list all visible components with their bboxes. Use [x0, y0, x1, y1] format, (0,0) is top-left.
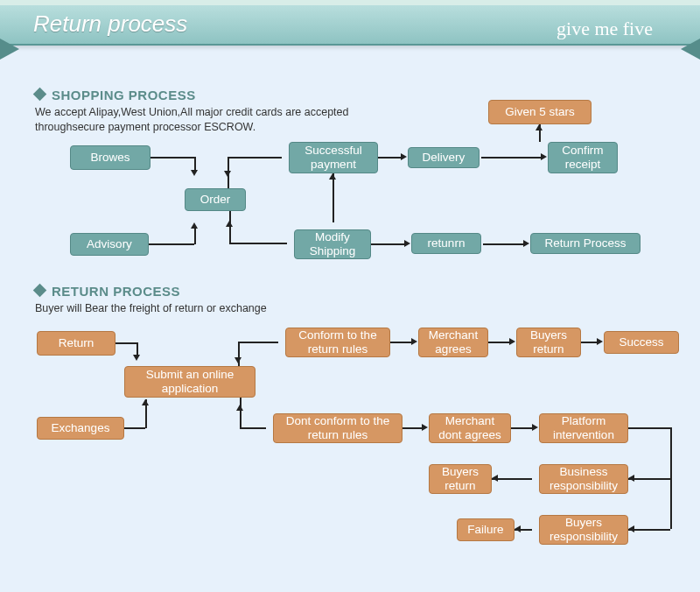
arrow-line [149, 243, 194, 245]
arrow-line [390, 342, 411, 343]
arrow-line [136, 342, 138, 355]
box-return-process: Return Process [530, 233, 640, 254]
arrow-line [581, 342, 597, 343]
section-return-sub: Buyer will Bear the freight of return or… [35, 301, 267, 316]
section-shopping-sub: We accept Alipay,West Union,All major cr… [35, 105, 349, 135]
arrow-icon [411, 338, 417, 345]
box-given-5-stars: Given 5 stars [488, 100, 592, 124]
arrow-line [229, 243, 287, 244]
box-conform-rules: Conform to the return rules [285, 328, 390, 357]
box-exchanges: Exchanges [37, 417, 124, 440]
arrow-line [194, 229, 196, 244]
arrow-line [371, 243, 404, 245]
box-browse: Browes [70, 145, 150, 170]
arrow-line [670, 427, 672, 529]
arrow-line [628, 478, 670, 480]
box-buyers-return-2: Buyers return [429, 464, 492, 494]
arrow-icon [541, 153, 547, 160]
arrow-icon [133, 355, 140, 361]
arrow-icon [226, 221, 233, 227]
box-platform: Platform intervention [539, 413, 628, 443]
arrow-line [124, 427, 145, 429]
box-business-resp: Business responsibility [539, 464, 628, 494]
box-merchant-agrees: Merchant agrees [418, 328, 488, 357]
banner-tag: give me five [556, 18, 653, 40]
arrow-icon [191, 170, 198, 176]
box-success: Success [604, 331, 679, 354]
box-failure: Failure [457, 518, 514, 541]
arrow-line [332, 173, 334, 222]
box-modify-shipping: Modify Shipping [294, 229, 371, 259]
arrow-icon [514, 525, 521, 532]
arrow-line [240, 427, 266, 429]
arrow-icon [224, 171, 231, 177]
box-submit-application: Submit an online application [124, 366, 256, 398]
arrow-icon [509, 338, 515, 345]
arrow-icon [597, 338, 603, 345]
section-shopping-heading: SHOPPING PROCESS [35, 88, 196, 102]
arrow-icon [523, 240, 529, 247]
arrow-icon [401, 153, 407, 160]
box-dont-conform: Dont conform to the return rules [273, 413, 402, 443]
arrow-icon [628, 525, 634, 532]
arrow-icon [234, 357, 242, 363]
arrow-icon [492, 475, 498, 482]
ribbon-right-icon [681, 39, 700, 60]
arrow-line [240, 398, 242, 427]
box-confirm-receipt: Confirm receipt [548, 142, 618, 173]
arrow-icon [404, 240, 410, 247]
arrow-icon [536, 124, 542, 130]
arrow-icon [628, 475, 634, 482]
arrow-line [511, 427, 532, 429]
box-merchant-dont: Merchant dont agrees [429, 413, 511, 443]
arrow-line [194, 157, 196, 170]
arrow-icon [191, 222, 198, 229]
arrow-line [378, 157, 401, 159]
box-buyers-return-1: Buyers return [516, 328, 581, 357]
arrow-line [238, 342, 278, 343]
arrow-icon [532, 424, 538, 431]
arrow-line [481, 157, 541, 159]
box-successful-payment: Successful payment [289, 142, 378, 173]
box-buyers-resp: Buyers responsibility [539, 515, 628, 545]
arrow-line [150, 157, 194, 159]
arrow-line [628, 529, 670, 531]
arrow-line [229, 211, 231, 243]
diamond-icon [33, 284, 47, 298]
arrow-icon [329, 173, 336, 180]
arrow-line [483, 243, 523, 245]
arrow-icon [236, 405, 243, 411]
arrow-line [228, 157, 282, 159]
box-delivery: Delivery [408, 147, 480, 168]
diamond-icon [33, 88, 47, 102]
arrow-line [628, 427, 670, 429]
arrow-line [488, 342, 509, 343]
box-order: Order [185, 188, 246, 211]
page-banner: Return process give me five [0, 0, 700, 46]
arrow-line [402, 427, 422, 429]
arrow-icon [422, 424, 428, 431]
arrow-line [116, 342, 136, 344]
box-advisory: Advisory [70, 233, 149, 256]
ribbon-left-icon [0, 39, 19, 60]
arrow-icon [142, 399, 149, 405]
box-return-word: retunrn [411, 233, 481, 254]
section-return-heading: RETURN PROCESS [35, 284, 180, 299]
banner-title: Return process [33, 11, 187, 38]
box-return: Return [37, 331, 116, 356]
